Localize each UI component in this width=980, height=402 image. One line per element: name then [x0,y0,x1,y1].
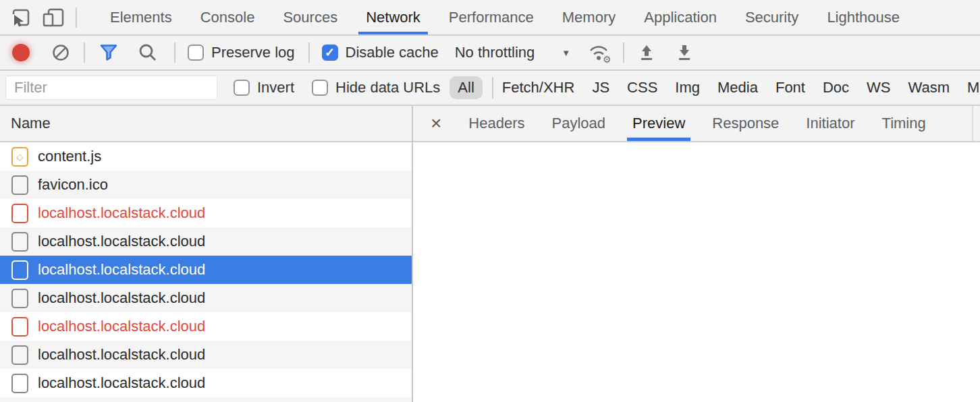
detail-tabbar: × Headers Payload Preview Response Initi… [413,106,980,142]
filter-type-wasm[interactable]: Wasm [908,79,950,96]
clear-icon [51,43,70,62]
tab-payload[interactable]: Payload [539,106,620,141]
name-column-header[interactable]: Name [0,106,412,142]
request-name: favicon.ico [38,176,108,194]
document-file-icon [11,289,28,308]
toolbar-separator [76,7,77,28]
document-file-icon [11,345,28,365]
request-name: content.js [38,148,101,165]
request-name: localhost.localstack.cloud [38,233,205,250]
clear-button[interactable] [51,43,70,62]
tab-sources[interactable]: Sources [269,0,352,34]
throttling-value: No throttling [455,44,535,61]
filter-funnel-icon [99,42,119,63]
check-icon: ✓ [325,47,335,59]
filter-type-all[interactable]: All [450,76,482,99]
request-row-localstack-selected[interactable]: localhost.localstack.cloud [0,256,412,284]
tab-lighthouse[interactable]: Lighthouse [813,0,914,34]
toolbar-separator [308,42,310,63]
network-panel-split: Name ◇ content.js favicon.ico localhost.… [0,106,980,402]
tab-elements[interactable]: Elements [96,0,186,34]
filter-bar: Invert Hide data URLs All Fetch/XHR JS C… [0,71,980,106]
json-prop-secret-block: SECRET_BLOCK: "ZWQ5ZGFkMWE=" [424,232,980,253]
tab-application[interactable]: Application [630,0,731,34]
filter-type-ws[interactable]: WS [867,79,890,96]
filter-type-font[interactable]: Font [775,79,805,96]
filter-type-img[interactable]: Img [675,79,700,96]
export-har-button[interactable] [676,43,693,62]
network-conditions-icon: ⚙ [588,42,612,63]
filter-type-manifest[interactable]: Manifest [967,79,980,96]
tab-headers[interactable]: Headers [455,106,538,141]
json-prop-user-id-for-srp: USER_ID_FOR_SRP: "test@example.com" [424,274,980,295]
devtools-window: Elements Console Sources Network Perform… [0,0,980,402]
request-row-localstack-error[interactable]: localhost.localstack.cloud [0,199,412,227]
tab-console[interactable]: Console [186,0,269,34]
toolbar-separator [623,42,624,63]
filter-type-css[interactable]: CSS [627,79,657,96]
document-file-icon [11,260,28,280]
invert-checkbox[interactable] [234,80,250,96]
document-file-icon [11,374,28,393]
toolbar-separator [174,42,175,63]
tab-response[interactable]: Response [699,106,792,141]
preserve-log-checkbox[interactable] [188,45,204,61]
json-prop-srp-b: SRP_B: "d001745fc62af15eb9a12de937fafac2… [424,253,980,274]
tab-security[interactable]: Security [731,0,813,34]
hide-data-urls-checkbox[interactable] [312,80,328,96]
device-toolbar-button[interactable] [42,7,65,28]
request-name: localhost.localstack.cloud [38,261,205,279]
tab-timing[interactable]: Timing [869,106,940,141]
record-button[interactable] [12,44,30,61]
request-name: localhost.localstack.cloud [38,289,205,307]
filter-input[interactable] [5,76,217,100]
network-toolbar: Preserve log ✓ Disable cache No throttli… [0,36,980,71]
chevron-down-icon: ▼ [562,48,570,58]
json-prop-challenge-name: ChallengeName: "PASSWORD_VERIFIER" [424,169,980,190]
request-name: localhost.localstack.cloud [38,374,205,392]
invert-label: Invert [257,79,294,96]
filter-type-fetch-xhr[interactable]: Fetch/XHR [502,79,575,96]
request-row-localstack-error[interactable]: localhost.localstack.cloud [0,312,412,341]
disable-cache-checkbox[interactable]: ✓ [322,45,338,61]
document-file-icon [11,204,28,223]
svg-text:⚙: ⚙ [603,54,611,63]
request-row-localstack[interactable]: localhost.localstack.cloud [0,341,412,369]
detail-tabs: Headers Payload Preview Response Initiat… [455,106,939,141]
request-row-localstack[interactable]: localhost.localstack.cloud [0,227,412,256]
request-row-localstack[interactable]: localhost.localstack.cloud [0,369,412,397]
network-conditions-button[interactable]: ⚙ [588,42,612,63]
json-prop-challenge-parameters[interactable]: ▼ChallengeParameters: {USER_ID_FOR_SRP: … [424,190,980,211]
filter-toggle-button[interactable] [99,42,119,63]
import-har-icon [638,43,655,62]
import-har-button[interactable] [638,43,655,62]
request-name: localhost.localstack.cloud [38,346,205,364]
tab-network[interactable]: Network [352,0,435,34]
request-row-partial [0,397,412,402]
tab-initiator[interactable]: Initiator [792,106,868,141]
toolbar-separator [84,42,85,63]
script-file-icon: ◇ [11,147,28,167]
throttling-select[interactable]: No throttling ▼ [455,44,571,61]
request-name: localhost.localstack.cloud [38,318,205,335]
export-har-icon [676,43,693,62]
request-type-filters: All Fetch/XHR JS CSS Img Media Font Doc … [448,76,980,99]
filter-type-doc[interactable]: Doc [823,79,849,96]
request-detail-pane: × Headers Payload Preview Response Initi… [413,106,980,402]
search-icon [138,42,158,63]
tab-memory[interactable]: Memory [548,0,630,34]
request-row-favicon[interactable]: favicon.ico [0,171,412,199]
request-row-content-js[interactable]: ◇ content.js [0,142,412,171]
filter-type-js[interactable]: JS [592,79,609,96]
filter-type-media[interactable]: Media [717,79,758,96]
request-row-localstack[interactable]: localhost.localstack.cloud [0,284,412,312]
inspect-element-button[interactable] [11,7,31,28]
tab-preview[interactable]: Preview [619,106,699,141]
main-tabbar: Elements Console Sources Network Perform… [0,0,980,36]
search-button[interactable] [138,42,158,63]
json-root-line[interactable]: ▼{ChallengeName: "PASSWORD_VERIFIER",…} [424,148,980,169]
document-file-icon [11,317,28,337]
disable-cache-label: Disable cache [346,44,439,61]
close-icon[interactable]: × [427,114,445,133]
tab-performance[interactable]: Performance [435,0,548,34]
